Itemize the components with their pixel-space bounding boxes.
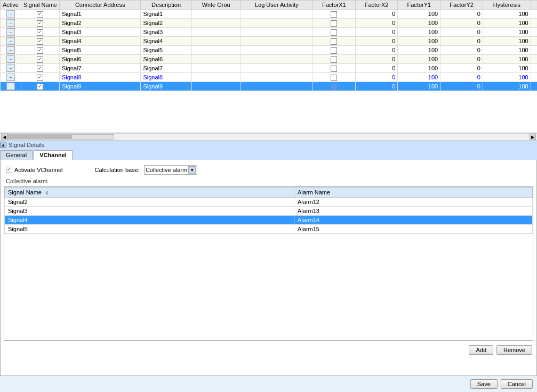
remove-button[interactable]: Remove <box>496 345 532 355</box>
sort-arrow-icon: ⇧ <box>45 191 49 195</box>
add-button[interactable]: Add <box>469 345 493 355</box>
table-row[interactable]: ~Signal1Signal1010001000 <box>1 10 538 19</box>
row-icon: ~ <box>1 64 21 73</box>
row-factory1: 0 <box>440 82 483 91</box>
row-hysteresis: 0 <box>531 64 537 73</box>
row-signal-name: Signal1 <box>59 10 140 19</box>
col-log-activity[interactable]: Log User Activity <box>241 1 312 10</box>
activate-row: Activate VChannel Calculation base: Coll… <box>4 163 533 177</box>
cancel-button[interactable]: Cancel <box>501 379 533 389</box>
row-active-checkbox[interactable] <box>21 19 59 28</box>
row-active-checkbox[interactable] <box>21 37 59 46</box>
table-row[interactable]: ~Signal4Signal4010001000 <box>1 37 538 46</box>
collective-alarm-table: Signal Name ⇧ Alarm Name Signal2 Alarm12… <box>4 187 533 234</box>
dropdown-arrow-icon[interactable]: ▼ <box>188 166 196 174</box>
row-log-activity[interactable] <box>312 28 355 37</box>
inner-row-alarm: Alarm15 <box>294 225 533 234</box>
col-signal-name[interactable]: Signal Name <box>21 1 59 10</box>
table-row[interactable]: ~Signal5Signal5010001000 <box>1 46 538 55</box>
row-hysteresis: 0 <box>531 82 537 91</box>
row-active-checkbox[interactable] <box>21 28 59 37</box>
table-row[interactable]: ~Signal9Signal9010001000 <box>1 82 538 91</box>
col-factory1[interactable]: FactorY1 <box>398 1 440 10</box>
inner-table-row[interactable]: Signal5 Alarm15 <box>5 225 533 234</box>
signal-details-header: ▲ Signal Details <box>0 141 537 149</box>
col-factorx2[interactable]: FactorX2 <box>355 1 398 10</box>
col-write-group[interactable]: Write Grou <box>191 1 241 10</box>
table-scroll-wrapper[interactable]: Active Signal Name Connector Address Des… <box>0 0 537 128</box>
save-button[interactable]: Save <box>470 379 498 389</box>
calc-base-control: Calculation base: Collective alarm ▼ <box>95 165 198 175</box>
save-cancel-row: Save Cancel <box>0 376 537 392</box>
inner-table-row[interactable]: Signal3 Alarm13 <box>5 207 533 216</box>
row-factorx2: 100 <box>398 46 440 55</box>
scroll-thumb[interactable] <box>8 135 72 139</box>
row-log-activity[interactable] <box>312 82 355 91</box>
row-icon: ~ <box>1 46 21 55</box>
horizontal-scrollbar[interactable]: ◀ ▶ <box>0 133 537 141</box>
collapse-button[interactable]: ▲ <box>0 142 6 148</box>
row-write-group <box>241 28 312 37</box>
row-write-group <box>241 46 312 55</box>
row-active-checkbox[interactable] <box>21 73 59 82</box>
tabs-bar: General VChannel <box>0 149 537 160</box>
inner-col-signal-name[interactable]: Signal Name ⇧ <box>5 187 294 198</box>
row-connector-address: Signal8 <box>141 73 191 82</box>
table-row[interactable]: ~Signal8Signal8010001000 <box>1 73 538 82</box>
row-factorx1: 0 <box>355 55 398 64</box>
row-log-activity[interactable] <box>312 55 355 64</box>
row-factory1: 0 <box>440 73 483 82</box>
row-factory1: 0 <box>440 10 483 19</box>
row-active-checkbox[interactable] <box>21 64 59 73</box>
inner-table-row[interactable]: Signal2 Alarm12 <box>5 198 533 207</box>
scroll-left-arrow[interactable]: ◀ <box>1 134 7 140</box>
table-row[interactable]: ~Signal2Signal2010001000 <box>1 19 538 28</box>
row-connector-address: Signal1 <box>141 10 191 19</box>
col-connector-address[interactable]: Connector Address <box>59 1 140 10</box>
calc-base-dropdown[interactable]: Collective alarm ▼ <box>144 165 197 175</box>
tab-general[interactable]: General <box>0 150 33 160</box>
table-row[interactable]: ~Signal3Signal3010001000 <box>1 28 538 37</box>
activate-vchannel-checkbox[interactable] <box>6 167 12 173</box>
row-write-group <box>241 10 312 19</box>
row-factorx1: 0 <box>355 73 398 82</box>
row-active-checkbox[interactable] <box>21 46 59 55</box>
row-icon: ~ <box>1 37 21 46</box>
scroll-right-arrow[interactable]: ▶ <box>530 134 536 140</box>
row-active-checkbox[interactable] <box>21 82 59 91</box>
row-log-activity[interactable] <box>312 73 355 82</box>
inner-col-alarm-name[interactable]: Alarm Name <box>294 187 533 198</box>
inner-table-row[interactable]: Signal4 Alarm14 <box>5 216 533 225</box>
row-description <box>191 37 241 46</box>
row-hysteresis: 0 <box>531 10 537 19</box>
row-write-group <box>241 37 312 46</box>
row-log-activity[interactable] <box>312 64 355 73</box>
row-log-activity[interactable] <box>312 19 355 28</box>
inner-table-wrap[interactable]: Signal Name ⇧ Alarm Name Signal2 Alarm12… <box>4 186 533 341</box>
row-icon: ~ <box>1 10 21 19</box>
row-signal-name: Signal3 <box>59 28 140 37</box>
tab-vchannel[interactable]: VChannel <box>34 150 73 160</box>
row-factory2: 100 <box>483 46 531 55</box>
row-log-activity[interactable] <box>312 10 355 19</box>
row-factory2: 100 <box>483 82 531 91</box>
row-active-checkbox[interactable] <box>21 10 59 19</box>
table-row[interactable]: ~Signal7Signal7010001000 <box>1 64 538 73</box>
col-description[interactable]: Description <box>141 1 191 10</box>
col-factorx1[interactable]: FactorX1 <box>312 1 355 10</box>
col-factory2[interactable]: FactorY2 <box>440 1 483 10</box>
row-log-activity[interactable] <box>312 37 355 46</box>
activate-vchannel-control: Activate VChannel <box>6 167 63 173</box>
col-active[interactable]: Active <box>1 1 21 10</box>
col-hysteresis-f[interactable]: Hysteresis F <box>531 1 537 10</box>
inner-row-signal: Signal4 <box>5 216 294 225</box>
row-description <box>191 10 241 19</box>
row-connector-address: Signal6 <box>141 55 191 64</box>
row-active-checkbox[interactable] <box>21 55 59 64</box>
col-hysteresis[interactable]: Hysteresis <box>483 1 531 10</box>
row-log-activity[interactable] <box>312 46 355 55</box>
row-icon: ~ <box>1 19 21 28</box>
scroll-track[interactable] <box>7 134 114 140</box>
row-description <box>191 28 241 37</box>
table-row[interactable]: ~Signal6Signal6010001000 <box>1 55 538 64</box>
